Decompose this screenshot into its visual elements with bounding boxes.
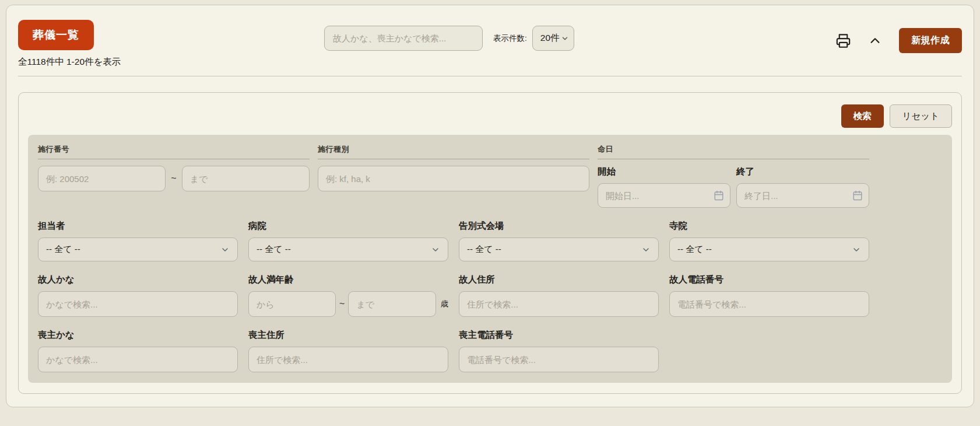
hospital-label: 病院 [248,220,448,232]
hospital-select[interactable]: -- 全て -- [248,238,448,261]
range-tilde: ~ [171,173,176,184]
execution-type-legend: 施行種別 [318,144,589,159]
staff-label: 担当者 [38,220,238,232]
temple-select[interactable]: -- 全て -- [669,238,869,261]
farewell-venue-label: 告別式会場 [459,220,659,232]
mourner-address-label: 喪主住所 [248,329,448,341]
mourner-address-field: 喪主住所 [248,329,448,372]
execution-number-to-input[interactable] [182,166,310,191]
execution-type-input[interactable] [318,166,589,191]
filter-row-1: 施行番号 ~ 施行種別 命日 [38,144,869,208]
mourner-phone-input[interactable] [459,347,659,372]
filter-panel: 検索 リセット 施行番号 ~ 施行種別 [18,92,962,394]
filter-actions: 検索 リセット [28,104,952,128]
deceased-address-field: 故人住所 [459,274,659,317]
deceased-address-label: 故人住所 [459,274,659,286]
collapse-chevron-up-icon[interactable] [869,34,881,47]
per-page-value: 20件 [540,32,560,44]
death-date-start-input[interactable] [598,183,730,208]
calendar-icon [714,190,724,201]
kana-search-input[interactable] [324,26,483,51]
execution-type-group: 施行種別 [318,144,589,191]
page-title-badge: 葬儀一覧 [18,20,94,50]
staff-field: 担当者 -- 全て -- [38,220,238,261]
mourner-kana-field: 喪主かな [38,329,238,372]
deceased-age-to-input[interactable] [348,291,435,317]
deceased-age-field: 故人満年齢 ~ 歳 [248,274,448,317]
per-page-label: 表示件数: [493,33,527,44]
header: 葬儀一覧 全1118件中 1-20件を表示 表示件数: 20件 [18,20,962,68]
filter-row-selects: 担当者 -- 全て -- 病院 -- 全て -- [38,220,869,261]
deceased-age-label: 故人満年齢 [248,274,448,286]
farewell-venue-field: 告別式会場 -- 全て -- [459,220,659,261]
mourner-kana-input[interactable] [38,347,238,372]
death-date-end-label: 終了 [736,166,869,178]
deceased-kana-input[interactable] [38,291,238,317]
calendar-icon [852,190,863,201]
search-button[interactable]: 検索 [841,104,884,128]
chevron-down-icon [641,245,651,254]
hospital-select-value: -- 全て -- [257,244,291,255]
chevron-down-icon [431,245,440,254]
age-unit-suffix: 歳 [441,299,449,309]
header-left: 葬儀一覧 全1118件中 1-20件を表示 [18,20,324,68]
deceased-kana-field: 故人かな [38,274,238,317]
deceased-age-from-input[interactable] [248,291,336,317]
header-actions: 新規作成 [835,28,962,53]
print-icon[interactable] [835,33,851,48]
header-search-area: 表示件数: 20件 [324,26,574,51]
execution-number-from-input[interactable] [38,166,166,191]
death-date-end-input[interactable] [736,183,869,208]
create-new-button[interactable]: 新規作成 [899,28,962,53]
header-divider [18,76,962,76]
deceased-phone-input[interactable] [669,291,869,317]
mourner-phone-field: 喪主電話番号 [459,329,659,372]
farewell-venue-select[interactable]: -- 全て -- [459,238,659,261]
funeral-list-card: 葬儀一覧 全1118件中 1-20件を表示 表示件数: 20件 [6,5,974,407]
per-page-control: 表示件数: 20件 [493,26,574,51]
death-date-start-label: 開始 [598,166,730,178]
staff-select-value: -- 全て -- [46,244,80,255]
range-tilde: ~ [339,299,345,309]
filter-row-mourner: 喪主かな 喪主住所 喪主電話番号 [38,329,869,372]
filter-row-deceased: 故人かな 故人満年齢 ~ 歳 故人住所 [38,274,869,317]
deceased-phone-label: 故人電話番号 [669,274,869,286]
execution-number-group: 施行番号 ~ [38,144,310,191]
death-date-start-field: 開始 [598,166,730,208]
farewell-venue-select-value: -- 全て -- [467,244,501,255]
temple-field: 寺院 -- 全て -- [669,220,869,261]
chevron-down-icon [220,245,230,254]
mourner-kana-label: 喪主かな [38,329,238,341]
death-date-legend: 命日 [598,144,869,159]
execution-number-legend: 施行番号 [38,144,310,159]
temple-select-value: -- 全て -- [677,244,712,255]
deceased-address-input[interactable] [459,291,659,317]
temple-label: 寺院 [669,220,869,232]
result-summary: 全1118件中 1-20件を表示 [18,56,324,68]
death-date-end-field: 終了 [736,166,869,208]
staff-select[interactable]: -- 全て -- [38,238,238,261]
chevron-down-icon [561,34,569,43]
filter-fieldset: 施行番号 ~ 施行種別 命日 [28,135,952,383]
mourner-address-input[interactable] [248,347,448,372]
chevron-down-icon [852,245,861,254]
death-date-group: 命日 開始 終了 [598,144,869,208]
hospital-field: 病院 -- 全て -- [248,220,448,261]
deceased-phone-field: 故人電話番号 [669,274,869,317]
per-page-select[interactable]: 20件 [532,26,574,51]
deceased-kana-label: 故人かな [38,274,238,286]
reset-button[interactable]: リセット [890,104,952,128]
mourner-phone-label: 喪主電話番号 [459,329,659,341]
